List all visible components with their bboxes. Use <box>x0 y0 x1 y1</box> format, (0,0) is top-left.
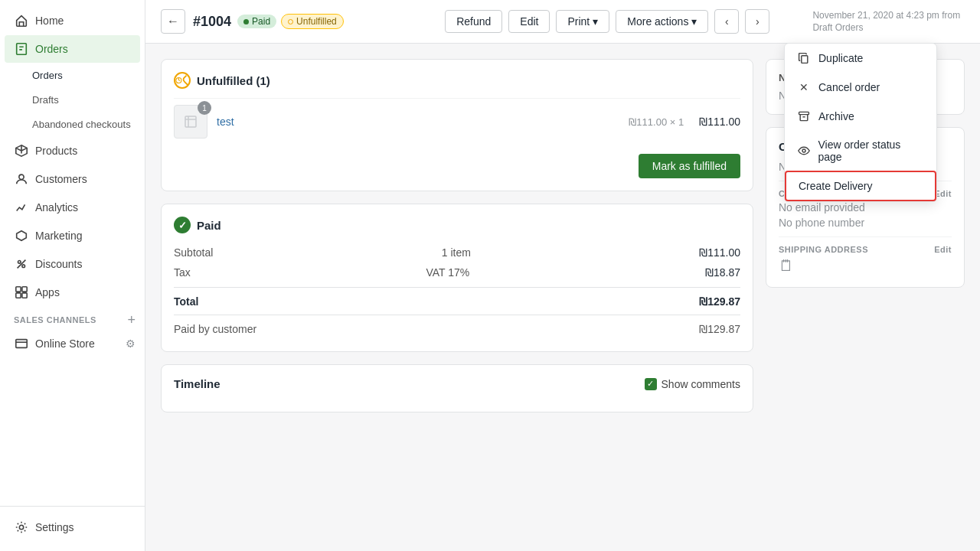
orders-icon <box>14 41 29 57</box>
paid-icon: ✓ <box>174 217 191 233</box>
paid-by-label: Paid by customer <box>174 323 256 335</box>
item-badge: 1 <box>198 101 211 115</box>
print-button[interactable]: Print ▾ <box>556 10 609 33</box>
show-comments-checkbox[interactable]: ✓ <box>645 378 657 390</box>
back-button[interactable]: ← <box>161 9 185 34</box>
sidebar-item-products[interactable]: Products <box>5 137 140 165</box>
subtotal-label: Subtotal <box>174 246 213 259</box>
home-icon <box>14 13 29 28</box>
online-store-icon <box>14 336 29 351</box>
sidebar-apps-label: Apps <box>35 286 60 298</box>
total-value: ₪129.87 <box>699 295 740 308</box>
more-actions-dropdown: Duplicate ✕ Cancel order Archive View or… <box>784 43 937 202</box>
print-chevron-icon: ▾ <box>593 15 598 28</box>
sidebar-settings-label: Settings <box>35 521 74 533</box>
sidebar-item-settings[interactable]: Settings <box>5 514 140 541</box>
sidebar: Home Orders Orders Drafts Abandoned chec… <box>0 0 145 551</box>
sidebar-item-drafts[interactable]: Drafts <box>5 88 140 112</box>
svg-rect-11 <box>799 112 809 114</box>
dropdown-view-status[interactable]: View order status page <box>785 131 936 171</box>
svg-point-2 <box>18 261 21 264</box>
sidebar-item-orders-sub[interactable]: Orders <box>5 64 140 87</box>
sidebar-abandoned-label: Abandoned checkouts <box>32 119 131 130</box>
mark-fulfilled-button[interactable]: Mark as fulfilled <box>639 154 740 178</box>
sidebar-orders-label: Orders <box>35 43 68 55</box>
item-qty: ₪111.00 × 1 <box>629 116 684 128</box>
customers-icon <box>14 171 29 187</box>
subtotal-qty: 1 item <box>442 246 471 259</box>
sidebar-item-online-store[interactable]: Online Store ⚙ <box>0 330 145 357</box>
sidebar-analytics-label: Analytics <box>35 201 78 214</box>
sidebar-products-label: Products <box>35 145 77 157</box>
order-item: 1 test ₪111.00 × 1 ₪111.00 <box>174 98 740 145</box>
sales-channels-section: SALES CHANNELS + <box>0 307 145 330</box>
timeline-title: Timeline <box>174 377 220 390</box>
more-actions-chevron-icon: ▾ <box>691 15 697 28</box>
eye-icon <box>797 144 810 158</box>
item-price: ₪111.00 <box>699 116 740 128</box>
paid-title: Paid <box>197 219 221 232</box>
marketing-icon <box>14 228 29 243</box>
unfulfilled-icon <box>174 72 191 89</box>
sidebar-item-apps[interactable]: Apps <box>5 279 140 306</box>
dropdown-duplicate[interactable]: Duplicate <box>785 44 936 73</box>
sidebar-customers-label: Customers <box>35 173 87 185</box>
prev-order-button[interactable]: ‹ <box>714 9 739 34</box>
svg-rect-8 <box>16 340 27 348</box>
unfulfilled-title: Unfulfilled (1) <box>197 74 270 87</box>
main-content: ← #1004 Paid Unfulfilled Refund Edit Pri… <box>145 0 980 551</box>
timeline-card: Timeline ✓ Show comments <box>161 364 753 412</box>
svg-point-12 <box>802 149 805 152</box>
tax-row: Tax VAT 17% ₪18.87 <box>174 262 740 282</box>
svg-rect-14 <box>185 116 196 127</box>
more-actions-button[interactable]: More actions ▾ <box>616 10 708 33</box>
settings-icon <box>14 520 29 535</box>
subtotal-value: ₪111.00 <box>699 246 740 259</box>
order-subtitle: November 21, 2020 at 4:23 pm from Draft … <box>812 10 960 33</box>
sidebar-item-home[interactable]: Home <box>5 7 140 34</box>
sidebar-orders-sub-label: Orders <box>32 70 63 81</box>
svg-point-9 <box>19 525 23 529</box>
refund-button[interactable]: Refund <box>445 10 502 33</box>
sidebar-item-discounts[interactable]: Discounts <box>5 250 140 278</box>
svg-rect-0 <box>17 44 27 54</box>
sidebar-marketing-label: Marketing <box>35 230 82 242</box>
dropdown-archive[interactable]: Archive <box>785 102 936 131</box>
discounts-icon <box>14 256 29 272</box>
dropdown-create-delivery[interactable]: Create Delivery <box>785 171 936 201</box>
tax-value: ₪18.87 <box>705 266 740 279</box>
sidebar-item-customers[interactable]: Customers <box>5 165 140 193</box>
shipping-edit-link[interactable]: Edit <box>934 245 952 254</box>
paid-card: ✓ Paid Subtotal 1 item ₪111.00 Tax VAT 1… <box>161 204 753 352</box>
sidebar-item-marketing[interactable]: Marketing <box>5 222 140 249</box>
paid-badge: Paid <box>237 15 276 28</box>
online-store-label: Online Store <box>35 337 95 350</box>
archive-label: Archive <box>818 110 854 122</box>
tax-label: Tax <box>174 266 191 279</box>
no-phone: No phone number <box>779 217 952 229</box>
total-label: Total <box>174 295 198 308</box>
no-email: No email provided <box>779 201 952 214</box>
dropdown-cancel-order[interactable]: ✕ Cancel order <box>785 73 936 102</box>
sidebar-item-abandoned[interactable]: Abandoned checkouts <box>5 112 140 136</box>
svg-rect-7 <box>22 293 27 298</box>
duplicate-icon <box>797 51 811 65</box>
paid-by-value: ₪129.87 <box>699 323 740 335</box>
order-number: #1004 <box>193 14 231 30</box>
sidebar-item-orders[interactable]: Orders <box>5 35 140 63</box>
tax-desc: VAT 17% <box>426 266 469 279</box>
cancel-icon: ✕ <box>797 80 811 94</box>
create-delivery-label: Create Delivery <box>799 180 872 192</box>
sidebar-discounts-label: Discounts <box>35 258 82 270</box>
online-store-gear-icon[interactable]: ⚙ <box>126 337 136 350</box>
analytics-icon <box>14 200 29 215</box>
show-comments-control[interactable]: ✓ Show comments <box>645 378 740 390</box>
add-sales-channel-button[interactable]: + <box>127 313 136 327</box>
item-name[interactable]: test <box>217 116 619 128</box>
archive-icon <box>797 109 811 123</box>
sidebar-home-label: Home <box>35 15 64 27</box>
item-image: 1 <box>174 105 207 139</box>
edit-button[interactable]: Edit <box>508 10 550 33</box>
sidebar-item-analytics[interactable]: Analytics <box>5 194 140 221</box>
next-order-button[interactable]: › <box>745 9 769 34</box>
